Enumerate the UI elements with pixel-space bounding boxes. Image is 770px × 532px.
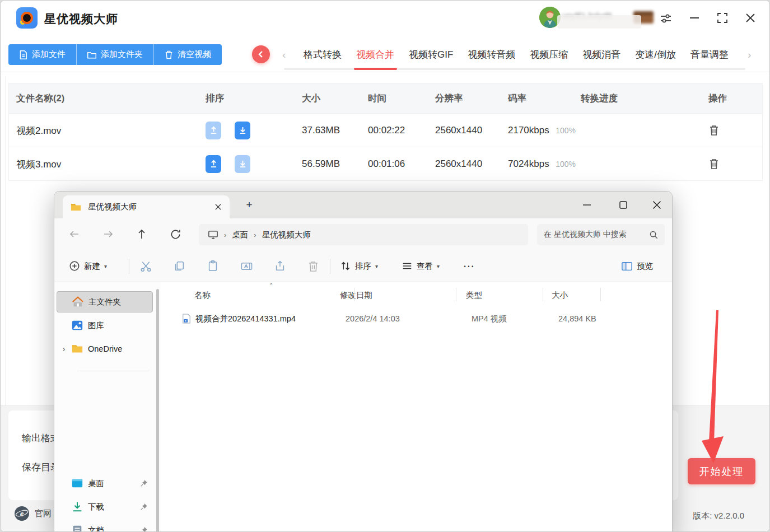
expand-chevron-icon[interactable]: › [57,344,71,353]
sidebar-divider [77,371,150,371]
file-name: 视频合并20262414331.mp4 [195,314,296,324]
sort-controls [206,155,250,173]
refresh-button[interactable] [167,226,183,242]
nav-up-button[interactable] [134,226,150,242]
move-up-button[interactable] [206,122,221,139]
list-col-name[interactable]: 名称 [194,287,211,304]
start-processing-button[interactable]: 开始处理 [688,458,755,484]
list-col-size[interactable]: 大小 [552,287,568,304]
clear-videos-button[interactable]: 清空视频 [153,44,222,65]
explorer-tabstrip: 星优视频大师 + [54,192,672,218]
sidebar-item-gallery[interactable]: 图库 [57,315,153,336]
new-tab-button[interactable]: + [241,197,257,213]
close-tab-icon[interactable] [214,203,222,211]
app-title: 星优视频大师 [44,11,118,27]
tab-video-to-audio[interactable]: 视频转音频 [460,46,522,63]
tab-volume-adjust[interactable]: 音量调整 [683,46,736,63]
sidebar-item-documents[interactable]: 文档 [57,520,153,532]
breadcrumb-current-folder[interactable]: 星优视频大师 [262,230,311,240]
add-file-icon [19,50,27,59]
explorer-search-box[interactable]: 在 星优视频大师 中搜索 [537,224,665,245]
paste-button[interactable] [207,258,219,274]
share-icon [274,260,286,272]
preview-toggle-button[interactable]: 预览 [621,258,653,274]
sidebar-label: 图库 [88,320,153,331]
cut-button[interactable] [139,258,152,274]
explorer-tab[interactable]: 星优视频大师 [63,195,230,218]
trash-icon [307,260,319,272]
sidebar-label: OneDrive [88,344,153,353]
new-item-button[interactable]: 新建 ▾ [69,258,107,274]
tab-format-convert[interactable]: 格式转换 [296,46,349,63]
tabs-next-chevron[interactable]: › [748,49,751,61]
nav-forward-button[interactable] [100,226,116,242]
file-list-row[interactable]: 视频合并20262414331.mp4 2026/2/4 14:03 MP4 视… [166,309,661,328]
chevron-down-icon: ▾ [104,263,107,269]
tabs-scroll-left-button[interactable] [252,45,270,63]
add-file-button[interactable]: 添加文件 [8,44,76,65]
pin-icon[interactable] [139,502,148,511]
file-modified: 2026/2/4 14:03 [346,314,400,323]
sidebar-label: 桌面 [88,478,139,489]
file-bitrate: 2170kbps [508,125,549,136]
tab-video-to-gif[interactable]: 视频转GIF [402,46,460,63]
copy-button[interactable] [173,258,185,274]
share-button[interactable] [274,258,286,274]
explorer-file-list: ⌃ 名称 修改日期 类型 大小 视频合并20262414331.mp [161,282,672,532]
delete-row-button[interactable] [708,124,720,137]
close-button[interactable] [742,10,759,26]
rename-button[interactable] [240,258,253,274]
move-down-button[interactable] [235,155,250,173]
sort-button[interactable]: 排序 ▾ [340,258,378,274]
sidebar-item-desktop[interactable]: 桌面 [57,473,153,494]
minimize-button[interactable] [686,10,703,26]
column-separator[interactable] [600,288,601,301]
sidebar-item-onedrive[interactable]: › OneDrive [57,338,153,360]
explorer-minimize-button[interactable] [574,196,600,214]
sidebar-item-downloads[interactable]: 下载 [57,496,153,517]
add-folder-button[interactable]: 添加文件夹 [76,44,153,65]
chevron-left-icon [257,50,265,58]
tab-video-mute[interactable]: 视频消音 [575,46,628,63]
tabs-prev-chevron[interactable]: ‹ [282,49,286,61]
list-col-type[interactable]: 类型 [466,287,482,304]
col-time: 时间 [368,92,386,105]
official-website-link[interactable]: e 官网 [14,506,52,521]
column-separator[interactable] [543,288,543,301]
delete-button[interactable] [307,258,319,274]
downloads-icon [71,501,83,513]
trash-icon [708,158,720,170]
pin-icon[interactable] [139,526,148,532]
address-bar[interactable]: › 桌面 › 星优视频大师 [199,224,528,245]
maximize-button[interactable] [714,10,731,26]
file-bitrate: 7024kbps [508,158,549,170]
list-col-modified[interactable]: 修改日期 [340,287,372,304]
more-options-button[interactable]: ⋯ [463,258,475,274]
explorer-address-row: › 桌面 › 星优视频大师 在 星优视频大师 中搜索 [54,218,672,250]
tab-speed-reverse[interactable]: 变速/倒放 [628,46,683,63]
folder-icon [71,203,81,212]
move-up-button[interactable] [206,155,221,173]
breadcrumb-desktop[interactable]: 桌面 [232,230,248,240]
sidebar-scrollbar[interactable] [156,289,159,532]
move-down-button[interactable] [235,122,250,139]
view-label: 查看 [417,261,433,272]
delete-row-button[interactable] [708,158,720,170]
explorer-maximize-button[interactable] [610,196,636,214]
command-divider [129,259,129,274]
trash-icon [708,124,720,137]
table-row: 视频3.mov 56.59MB 00:01:06 2560x1440 7024k… [9,147,762,180]
tab-video-compress[interactable]: 视频压缩 [522,46,575,63]
file-toolbar: 添加文件 添加文件夹 清空视频 [8,44,222,65]
view-button[interactable]: 查看 ▾ [402,258,440,274]
file-resolution: 2560x1440 [435,125,482,136]
tab-video-merge[interactable]: 视频合并 [349,46,402,63]
column-separator[interactable] [354,288,354,301]
sidebar-item-home[interactable]: 主文件夹 [57,291,153,312]
pin-icon[interactable] [139,479,148,488]
table-row: 视频2.mov 37.63MB 00:02:22 2560x1440 2170k… [9,114,762,147]
settings-sliders-icon[interactable] [658,11,674,26]
explorer-close-button[interactable] [644,196,670,214]
column-separator[interactable] [456,288,456,301]
nav-back-button[interactable] [67,226,82,242]
